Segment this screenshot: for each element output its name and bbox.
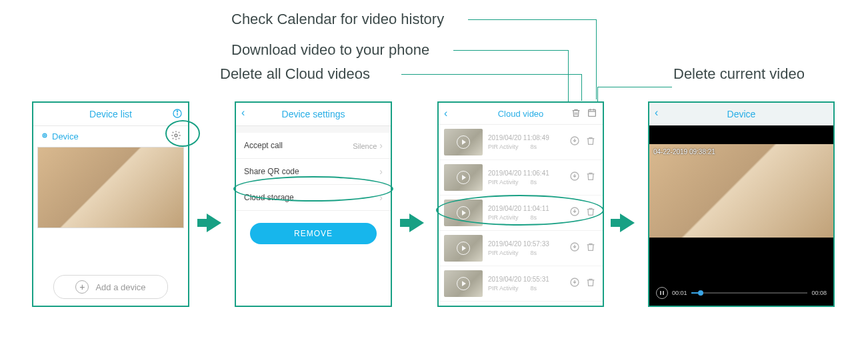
- leader-calendar-v: [596, 19, 597, 99]
- video-sub: PIR Activity: [488, 179, 519, 186]
- video-thumb: [444, 200, 483, 226]
- annotation-download: Download video to your phone: [231, 41, 429, 59]
- row-accept-call-label: Accept call: [244, 141, 283, 150]
- video-row[interactable]: 2019/04/20 11:04:11 PIR Activity8s: [439, 196, 603, 231]
- video-dur: 8s: [531, 214, 537, 221]
- leader-calendar-h: [468, 19, 596, 20]
- video-dur: 8s: [531, 179, 537, 186]
- video-frame[interactable]: 04-22-2019 09:38:21: [649, 144, 833, 238]
- video-row[interactable]: 2019/04/20 10:57:33 PIR Activity8s: [439, 231, 603, 266]
- trash-icon[interactable]: [585, 135, 596, 149]
- video-dur: 8s: [531, 250, 537, 256]
- plus-icon: +: [75, 280, 89, 294]
- video-ts: 2019/04/20 11:08:49: [488, 133, 549, 143]
- annotation-delete-all: Delete all Cloud videos: [220, 65, 370, 83]
- time-cur: 00:01: [672, 290, 687, 296]
- header-device-list: Device list: [33, 103, 188, 126]
- download-icon[interactable]: [569, 242, 580, 255]
- header-device-player: ‹ Device: [649, 103, 833, 125]
- video-thumb: [444, 129, 483, 155]
- video-controls-bar: 00:01 00:08: [649, 238, 833, 306]
- video-timestamp: 04-22-2019 09:38:21: [653, 148, 715, 155]
- video-sub: PIR Activity: [488, 250, 519, 256]
- progress-fill: [691, 292, 698, 294]
- title-device-settings: Device settings: [282, 109, 345, 119]
- play-icon: [457, 242, 470, 255]
- row-cloud-storage-label: Cloud storage: [244, 193, 294, 202]
- progress-track[interactable]: [691, 292, 808, 294]
- video-ts: 2019/04/20 10:55:31: [488, 275, 549, 284]
- play-icon: [457, 206, 470, 220]
- device-row[interactable]: Device: [33, 126, 188, 147]
- title-device-player: Device: [727, 109, 756, 119]
- leader-deleteall-v: [581, 74, 582, 101]
- download-icon[interactable]: [569, 135, 580, 149]
- title-device-list: Device list: [89, 109, 132, 119]
- screen-cloud-video: ‹ Cloud video 2019/04/20 11:08:49 PIR Ac…: [437, 101, 604, 307]
- row-accept-call[interactable]: Accept call Silence›: [236, 133, 391, 159]
- screen-device-list: Device list Device + Add a device: [32, 101, 189, 307]
- add-device-button[interactable]: + Add a device: [53, 275, 168, 299]
- gear-icon[interactable]: [171, 130, 181, 143]
- svg-point-3: [43, 133, 47, 137]
- svg-point-4: [44, 135, 45, 136]
- back-icon[interactable]: ‹: [241, 107, 245, 119]
- row-share-qr-label: Share QR code: [244, 167, 299, 176]
- play-icon: [457, 171, 470, 184]
- camera-icon: [40, 131, 49, 142]
- video-row[interactable]: 2019/04/20 11:08:49 PIR Activity8s: [439, 125, 603, 160]
- leader-deletecurr-h: [597, 87, 672, 87]
- play-icon: [457, 135, 470, 149]
- video-row[interactable]: 2019/04/20 11:06:41 PIR Activity8s: [439, 160, 603, 196]
- annotation-delete-current: Delete current video: [673, 65, 805, 83]
- chevron-right-icon: ›: [379, 140, 383, 151]
- arrow-3: [620, 214, 635, 232]
- download-icon[interactable]: [569, 277, 580, 290]
- trash-icon[interactable]: [585, 242, 596, 255]
- svg-rect-8: [589, 109, 596, 116]
- trash-icon[interactable]: [585, 206, 596, 220]
- chevron-right-icon: ›: [379, 192, 383, 203]
- back-icon[interactable]: ‹: [655, 107, 658, 119]
- trash-icon[interactable]: [571, 107, 581, 121]
- trash-icon[interactable]: [585, 171, 596, 184]
- screen-device-settings: ‹ Device settings Accept call Silence› S…: [235, 101, 392, 307]
- progress-knob[interactable]: [698, 290, 703, 296]
- calendar-icon[interactable]: [587, 107, 597, 121]
- download-icon[interactable]: [569, 206, 580, 220]
- video-ts: 2019/04/20 10:57:33: [488, 240, 549, 249]
- video-thumb: [444, 270, 483, 297]
- device-label: Device: [52, 131, 79, 141]
- trash-icon[interactable]: [585, 277, 596, 290]
- svg-point-5: [175, 134, 177, 137]
- leader-download-h: [453, 50, 568, 51]
- video-ts: 2019/04/20 11:06:41: [488, 169, 549, 178]
- video-dur: 8s: [531, 285, 537, 292]
- video-sub: PIR Activity: [488, 285, 519, 292]
- pause-icon[interactable]: [656, 287, 668, 299]
- time-total: 00:08: [811, 290, 827, 296]
- row-share-qr[interactable]: Share QR code ›: [236, 159, 391, 185]
- arrow-1: [207, 214, 221, 232]
- row-accept-call-value: Silence: [353, 142, 377, 150]
- row-cloud-storage[interactable]: Cloud storage ›: [236, 185, 391, 211]
- video-thumb: [444, 164, 483, 191]
- add-device-label: Add a device: [95, 282, 145, 292]
- video-sub: PIR Activity: [488, 214, 519, 221]
- video-sub: PIR Activity: [488, 143, 519, 150]
- download-icon[interactable]: [569, 171, 580, 184]
- annotation-calendar: Check Calendar for video history: [231, 11, 444, 28]
- device-preview[interactable]: [37, 147, 184, 228]
- remove-button-label: REMOVE: [294, 229, 333, 238]
- chevron-right-icon: ›: [379, 166, 383, 177]
- video-ts: 2019/04/20 11:04:11: [488, 204, 549, 214]
- video-dur: 8s: [531, 143, 537, 150]
- video-row[interactable]: 2019/04/20 10:55:31 PIR Activity8s: [439, 266, 603, 302]
- play-icon: [457, 277, 470, 290]
- info-icon[interactable]: [172, 108, 183, 121]
- header-cloud-video: ‹ Cloud video: [439, 103, 603, 125]
- video-thumb: [444, 235, 483, 262]
- video-top-bar: [649, 125, 833, 144]
- remove-button[interactable]: REMOVE: [250, 223, 377, 244]
- header-device-settings: ‹ Device settings: [236, 103, 391, 126]
